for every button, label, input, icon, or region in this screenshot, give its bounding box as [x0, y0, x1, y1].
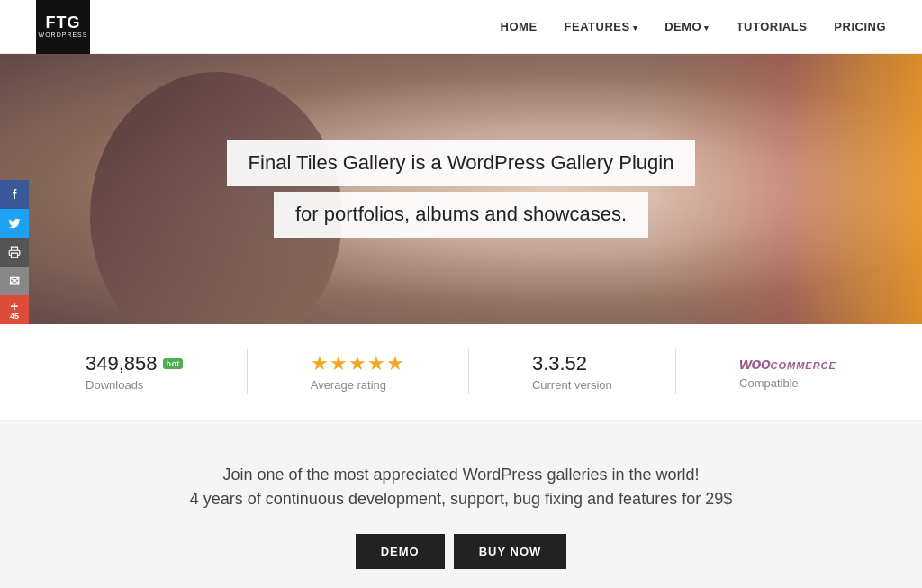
woo-text: wooCOMMERCE — [739, 355, 836, 373]
woocommerce-logo: wooCOMMERCE — [739, 355, 836, 374]
version-value: 3.3.52 — [532, 352, 612, 375]
downloads-value: 349,858 hot — [86, 352, 183, 375]
print-button[interactable] — [0, 238, 29, 267]
stat-divider-3 — [675, 349, 676, 394]
hero-line2: for portfolios, albums and showcases. — [274, 192, 648, 238]
stats-section: 349,858 hot Downloads ★★★★★ Average rati… — [0, 324, 922, 421]
stat-divider-2 — [468, 349, 469, 394]
rating-label: Average rating — [311, 378, 405, 392]
nav-features[interactable]: FEATURES▾ — [565, 20, 638, 33]
hero-text-box: Final Tiles Gallery is a WordPress Galle… — [227, 140, 696, 238]
logo-wordpress: WORDPRESS — [39, 31, 88, 40]
hero-line1: Final Tiles Gallery is a WordPress Galle… — [227, 140, 696, 186]
nav-home[interactable]: HOME — [501, 20, 538, 33]
downloads-label: Downloads — [86, 378, 183, 392]
logo-ftg: FTG — [46, 14, 81, 31]
version-stat: 3.3.52 Current version — [532, 352, 612, 392]
cta-text1: Join one of the most appreciated WordPre… — [36, 466, 886, 484]
stat-divider-1 — [247, 349, 248, 394]
cta-section: Join one of the most appreciated WordPre… — [0, 421, 922, 588]
cta-buttons: DEMO BUY NOW — [36, 534, 886, 569]
hot-badge: hot — [163, 358, 184, 369]
rating-stat: ★★★★★ Average rating — [311, 352, 405, 392]
main-nav: FTG WORDPRESS HOME FEATURES▾ DEMO▾ TUTOR… — [0, 0, 922, 54]
nav-links: HOME FEATURES▾ DEMO▾ TUTORIALS PRICING — [501, 20, 886, 33]
plus-button[interactable]: + 45 — [0, 295, 29, 324]
twitter-button[interactable] — [0, 209, 29, 238]
nav-tutorials[interactable]: TUTORIALS — [737, 20, 808, 33]
hero-section: Final Tiles Gallery is a WordPress Galle… — [0, 54, 922, 324]
demo-button[interactable]: DEMO — [356, 534, 445, 569]
version-label: Current version — [532, 378, 612, 392]
nav-demo[interactable]: DEMO▾ — [664, 20, 710, 33]
social-sidebar: f ✉ + 45 — [0, 180, 29, 324]
compatible-label: Compatible — [739, 376, 836, 390]
nav-pricing[interactable]: PRICING — [834, 20, 886, 33]
buy-now-button[interactable]: BUY NOW — [454, 534, 567, 569]
site-logo[interactable]: FTG WORDPRESS — [36, 0, 90, 54]
cta-text2: 4 years of continuous development, suppo… — [36, 490, 886, 509]
facebook-button[interactable]: f — [0, 180, 29, 209]
downloads-stat: 349,858 hot Downloads — [86, 352, 183, 392]
email-button[interactable]: ✉ — [0, 267, 29, 295]
rating-stars: ★★★★★ — [311, 352, 405, 375]
compatible-stat: wooCOMMERCE Compatible — [739, 355, 836, 390]
